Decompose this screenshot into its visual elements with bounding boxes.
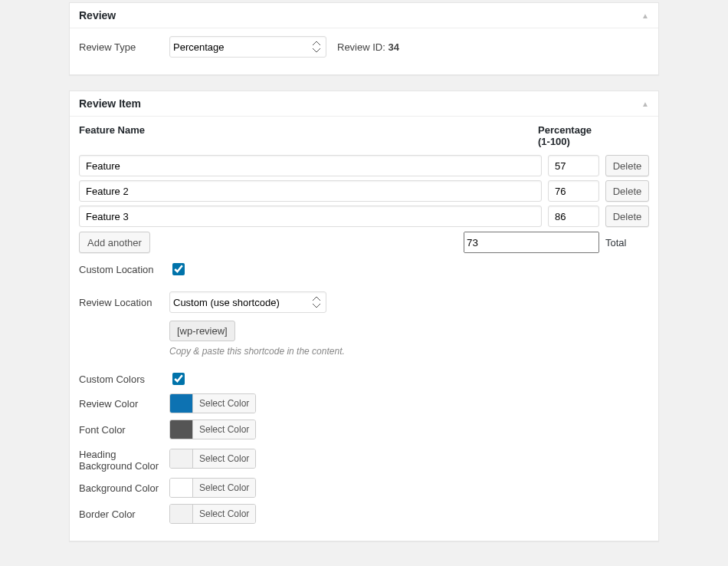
review-type-select[interactable]: Percentage	[169, 36, 326, 58]
collapse-icon[interactable]: ▲	[641, 100, 649, 108]
review-type-label: Review Type	[79, 41, 169, 53]
feature-row: Delete	[79, 180, 649, 202]
delete-button[interactable]: Delete	[605, 206, 649, 227]
color-label: Review Color	[79, 398, 169, 410]
custom-colors-label: Custom Colors	[79, 373, 169, 385]
shortcode-row: [wp-review] Copy & paste this shortcode …	[79, 321, 649, 357]
color-swatch	[170, 420, 193, 439]
shortcode-box[interactable]: [wp-review]	[169, 321, 235, 341]
color-label: Border Color	[79, 508, 169, 520]
color-row: Heading Background ColorSelect Color	[79, 446, 649, 472]
feature-name-input[interactable]	[79, 206, 542, 227]
custom-colors-checkbox[interactable]	[172, 373, 185, 385]
feature-name-input[interactable]	[79, 180, 542, 202]
review-location-label: Review Location	[79, 297, 169, 308]
color-picker[interactable]: Select Color	[169, 504, 256, 524]
feature-percentage-input[interactable]	[548, 206, 599, 227]
collapse-icon[interactable]: ▲	[641, 12, 649, 20]
review-item-panel-title: Review Item	[79, 97, 141, 110]
review-type-row: Review Type Percentage Review ID: 34	[79, 36, 649, 58]
feature-table-header: Feature Name Percentage (1-100)	[79, 124, 649, 147]
color-picker[interactable]: Select Color	[169, 420, 256, 439]
color-label: Heading Background Color	[79, 446, 169, 472]
review-id-value: 34	[388, 41, 398, 53]
custom-location-row: Custom Location	[79, 261, 649, 278]
select-color-button[interactable]: Select Color	[193, 420, 255, 439]
review-id-label: Review ID:	[337, 41, 385, 53]
review-item-panel: Review Item ▲ Feature Name Percentage (1…	[69, 90, 659, 541]
custom-colors-row: Custom Colors	[79, 370, 649, 387]
feature-name-header: Feature Name	[79, 124, 532, 147]
custom-location-checkbox[interactable]	[172, 263, 185, 275]
color-row: Background ColorSelect Color	[79, 478, 649, 498]
review-location-select[interactable]: Custom (use shortcode)	[169, 291, 326, 313]
feature-row: Delete	[79, 206, 649, 227]
color-picker[interactable]: Select Color	[169, 393, 256, 413]
color-swatch	[170, 449, 193, 468]
color-picker[interactable]: Select Color	[169, 478, 256, 498]
color-row: Font ColorSelect Color	[79, 420, 649, 439]
color-swatch	[170, 394, 193, 413]
total-label: Total	[605, 232, 649, 253]
review-panel: Review ▲ Review Type Percentage Review I…	[69, 2, 659, 75]
review-location-row: Review Location Custom (use shortcode)	[79, 291, 649, 313]
select-color-button[interactable]: Select Color	[193, 394, 255, 413]
feature-percentage-input[interactable]	[548, 155, 599, 176]
feature-row: Delete	[79, 155, 649, 176]
delete-button[interactable]: Delete	[605, 155, 649, 176]
review-panel-header: Review ▲	[70, 3, 658, 28]
custom-location-label: Custom Location	[79, 264, 169, 275]
review-item-panel-header: Review Item ▲	[70, 91, 658, 117]
color-label: Font Color	[79, 424, 169, 436]
feature-percentage-input[interactable]	[548, 180, 599, 202]
color-swatch	[170, 479, 193, 497]
color-swatch	[170, 505, 193, 523]
select-color-button[interactable]: Select Color	[193, 505, 255, 523]
select-color-button[interactable]: Select Color	[193, 479, 255, 497]
total-input[interactable]	[464, 232, 599, 253]
review-panel-title: Review	[79, 9, 116, 21]
color-row: Review ColorSelect Color	[79, 393, 649, 413]
feature-name-input[interactable]	[79, 155, 542, 176]
color-row: Border ColorSelect Color	[79, 504, 649, 524]
shortcode-hint: Copy & paste this shortcode in the conte…	[169, 346, 345, 357]
select-color-button[interactable]: Select Color	[193, 449, 255, 468]
percentage-header: Percentage (1-100)	[538, 124, 595, 147]
color-picker[interactable]: Select Color	[169, 449, 256, 469]
color-label: Background Color	[79, 482, 169, 494]
review-id: Review ID: 34	[337, 41, 399, 53]
add-another-button[interactable]: Add another	[79, 232, 150, 253]
delete-button[interactable]: Delete	[605, 180, 649, 202]
